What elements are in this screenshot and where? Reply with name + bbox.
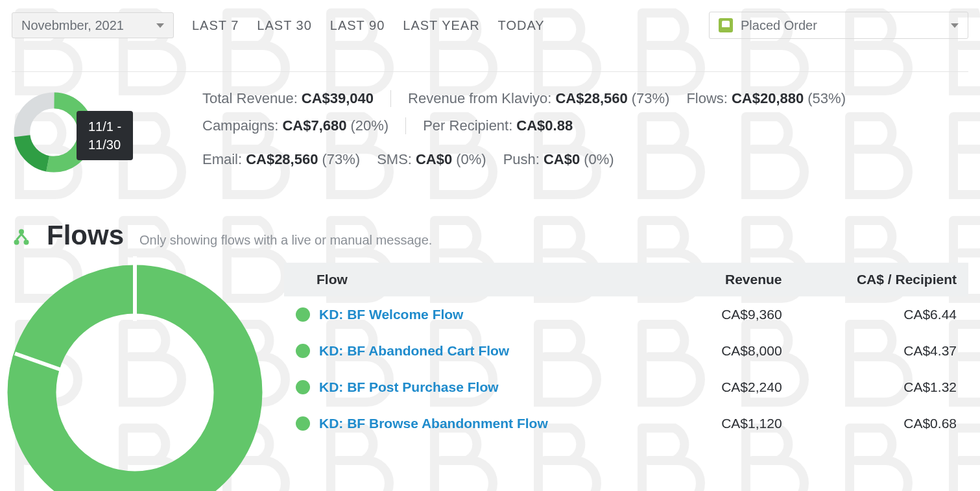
flow-link[interactable]: KD: BF Post Purchase Flow [319, 379, 499, 395]
stat-item: Revenue from Klaviyo: CA$28,560 (73%) [408, 90, 686, 107]
flows-icon [12, 228, 31, 247]
topbar: Novebmber, 2021 LAST 7 LAST 30 LAST 90 L… [12, 12, 968, 72]
table-row: KD: BF Welcome FlowCA$9,360CA$6.44 [284, 296, 968, 333]
status-dot [296, 416, 310, 431]
stat-item: Total Revenue: CA$39,040 [202, 90, 391, 107]
revenue-cell: CA$9,360 [675, 296, 793, 333]
stat-item: Per Recipient: CA$0.88 [423, 117, 590, 134]
flow-link[interactable]: KD: BF Welcome Flow [319, 307, 463, 322]
range-last-7[interactable]: LAST 7 [192, 18, 239, 33]
revenue-cell: CA$8,000 [675, 333, 793, 369]
month-label: Novebmber, 2021 [21, 18, 124, 33]
stat-item: Push: CA$0 (0%) [503, 151, 631, 168]
status-dot [296, 344, 310, 358]
chevron-down-icon [951, 23, 959, 28]
month-dropdown[interactable]: Novebmber, 2021 [12, 12, 174, 38]
summary-row: 11/1 - 11/30 Total Revenue: CA$39,040Rev… [12, 90, 968, 174]
flows-table: Flow Revenue CA$ / Recipient KD: BF Welc… [284, 263, 968, 442]
summary-stats: Total Revenue: CA$39,040Revenue from Kla… [202, 90, 863, 168]
status-dot [296, 307, 310, 322]
status-dot [296, 380, 310, 394]
stat-item: Flows: CA$20,880 (53%) [686, 90, 863, 107]
flow-link[interactable]: KD: BF Abandoned Cart Flow [319, 343, 509, 359]
revenue-cell: CA$1,120 [675, 405, 793, 442]
range-last-90[interactable]: LAST 90 [330, 18, 385, 33]
svg-point-5 [24, 240, 29, 245]
flows-header: Flows Only showing flows with a live or … [12, 220, 968, 251]
svg-point-3 [19, 229, 24, 234]
col-per-recipient: CA$ / Recipient [794, 263, 968, 296]
date-range-badge: 11/1 - 11/30 [77, 111, 133, 160]
metric-label: Placed Order [741, 18, 817, 33]
shopify-icon [719, 18, 733, 32]
per-recipient-cell: CA$0.68 [794, 405, 968, 442]
stat-item: SMS: CA$0 (0%) [377, 151, 503, 168]
flow-link[interactable]: KD: BF Browse Abandonment Flow [319, 416, 548, 431]
per-recipient-cell: CA$6.44 [794, 296, 968, 333]
flows-subtitle: Only showing flows with a live or manual… [139, 233, 432, 248]
revenue-cell: CA$2,240 [675, 369, 793, 405]
col-revenue: Revenue [675, 263, 793, 296]
per-recipient-cell: CA$1.32 [794, 369, 968, 405]
range-last-year[interactable]: LAST YEAR [403, 18, 479, 33]
range-today[interactable]: TODAY [498, 18, 545, 33]
table-row: KD: BF Abandoned Cart FlowCA$8,000CA$4.3… [284, 333, 968, 369]
chevron-down-icon [156, 23, 164, 28]
summary-donut: 11/1 - 11/30 [12, 90, 96, 174]
stat-item: Email: CA$28,560 (73%) [202, 151, 377, 168]
flows-title: Flows [47, 220, 124, 251]
table-row: KD: BF Browse Abandonment FlowCA$1,120CA… [284, 405, 968, 442]
table-row: KD: BF Post Purchase FlowCA$2,240CA$1.32 [284, 369, 968, 405]
col-flow: Flow [284, 263, 675, 296]
flows-donut [12, 263, 271, 470]
svg-point-4 [14, 240, 19, 245]
metric-dropdown[interactable]: Placed Order [709, 12, 968, 39]
range-last-30[interactable]: LAST 30 [257, 18, 311, 33]
per-recipient-cell: CA$4.37 [794, 333, 968, 369]
stat-item: Campaigns: CA$7,680 (20%) [202, 117, 406, 134]
